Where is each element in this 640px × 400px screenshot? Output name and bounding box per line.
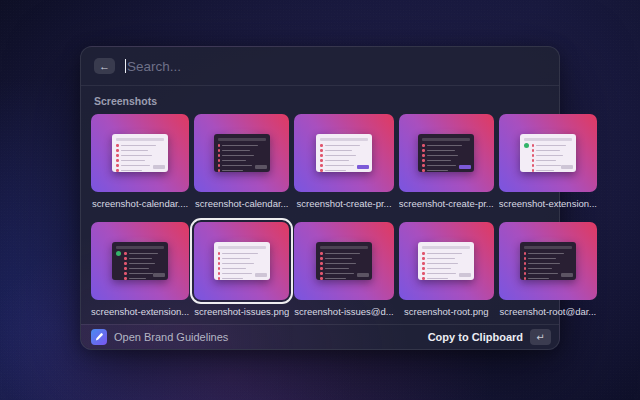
mini-window-titlebar [320, 138, 368, 141]
screenshot-thumbnail [499, 114, 597, 192]
screenshot-grid-item[interactable]: screenshot-extension... [499, 114, 597, 209]
screenshot-thumbnail [399, 222, 494, 300]
mini-window-preview [520, 134, 576, 172]
mini-window-button [153, 273, 165, 277]
screenshot-filename: screenshot-root.png [399, 306, 494, 317]
screenshot-filename: screenshot-root@dar... [499, 306, 597, 317]
return-key-icon: ↵ [530, 329, 551, 345]
screenshot-grid-item[interactable]: screenshot-issues@d... [294, 222, 393, 317]
screenshot-thumbnail [194, 114, 289, 192]
screenshot-grid-item[interactable]: screenshot-root.png [399, 222, 494, 317]
screenshot-thumbnail [91, 114, 189, 192]
text-caret [125, 59, 126, 73]
results-area: Screenshots screenshot-calendar.... scre… [81, 86, 559, 324]
screenshot-thumbnail [294, 222, 393, 300]
search-input[interactable] [125, 59, 546, 74]
screenshot-thumbnail [499, 222, 597, 300]
screenshot-filename: screenshot-create-pr... [294, 198, 393, 209]
mini-window-preview [112, 134, 168, 172]
mini-window-titlebar [422, 246, 470, 249]
mini-window-preview [316, 242, 372, 280]
mini-window-button [357, 165, 369, 169]
mini-green-avatar [116, 251, 121, 256]
mini-window-button [153, 165, 165, 169]
mini-window-button [255, 273, 267, 277]
arrow-left-icon: ← [99, 61, 110, 72]
screenshot-grid-item[interactable]: screenshot-issues.png [194, 222, 289, 317]
mini-window-preview [214, 134, 270, 172]
screenshot-thumbnail [294, 114, 393, 192]
mini-window-button [561, 165, 573, 169]
mini-window-titlebar [422, 138, 470, 141]
primary-action-label: Copy to Clipboard [428, 331, 523, 343]
command-palette-window: ← Screenshots screenshot-calendar.... [80, 46, 560, 350]
section-title: Screenshots [94, 95, 546, 107]
screenshot-filename: screenshot-calendar... [194, 198, 289, 209]
mini-window-button [459, 273, 471, 277]
mini-window-titlebar [524, 246, 572, 249]
screenshot-filename: screenshot-issues@d... [294, 306, 393, 317]
screenshot-grid-item[interactable]: screenshot-root@dar... [499, 222, 597, 317]
mini-window-preview [418, 134, 474, 172]
mini-window-button [561, 273, 573, 277]
screenshot-thumbnail [194, 222, 289, 300]
mini-window-titlebar [116, 138, 164, 141]
screenshot-grid-item[interactable]: screenshot-create-pr... [294, 114, 393, 209]
back-button[interactable]: ← [94, 58, 115, 74]
brand-pencil-icon [91, 329, 107, 345]
screenshot-grid-item[interactable]: screenshot-calendar... [194, 114, 289, 209]
mini-window-preview [214, 242, 270, 280]
mini-window-titlebar [218, 138, 266, 141]
mini-window-preview [418, 242, 474, 280]
screenshot-filename: screenshot-extension... [91, 306, 189, 317]
screenshot-filename: screenshot-calendar.... [91, 198, 189, 209]
copy-to-clipboard-button[interactable]: Copy to Clipboard ↵ [428, 329, 551, 345]
action-bar: Open Brand Guidelines Copy to Clipboard … [81, 324, 559, 349]
search-field-wrap [125, 59, 546, 74]
mini-window-titlebar [320, 246, 368, 249]
mini-green-avatar [524, 143, 529, 148]
mini-window-preview [316, 134, 372, 172]
screenshot-filename: screenshot-issues.png [194, 306, 289, 317]
mini-window-preview [520, 242, 576, 280]
mini-window-button [357, 273, 369, 277]
mini-window-button [255, 165, 267, 169]
mini-window-preview [112, 242, 168, 280]
screenshot-grid: screenshot-calendar.... screenshot-calen… [91, 114, 549, 317]
mini-window-titlebar [116, 246, 164, 249]
screenshot-thumbnail [91, 222, 189, 300]
screenshot-grid-item[interactable]: screenshot-calendar.... [91, 114, 189, 209]
mini-window-titlebar [524, 138, 572, 141]
screenshot-filename: screenshot-extension... [499, 198, 597, 209]
screenshot-thumbnail [399, 114, 494, 192]
desktop-background: { "search": { "placeholder": "Search..."… [0, 0, 640, 400]
screenshot-filename: screenshot-create-pr... [399, 198, 494, 209]
mini-window-titlebar [218, 246, 266, 249]
screenshot-grid-item[interactable]: screenshot-create-pr... [399, 114, 494, 209]
mini-window-button [459, 165, 471, 169]
command-name-label: Open Brand Guidelines [114, 331, 228, 343]
search-bar: ← [81, 47, 559, 86]
screenshot-grid-item[interactable]: screenshot-extension... [91, 222, 189, 317]
